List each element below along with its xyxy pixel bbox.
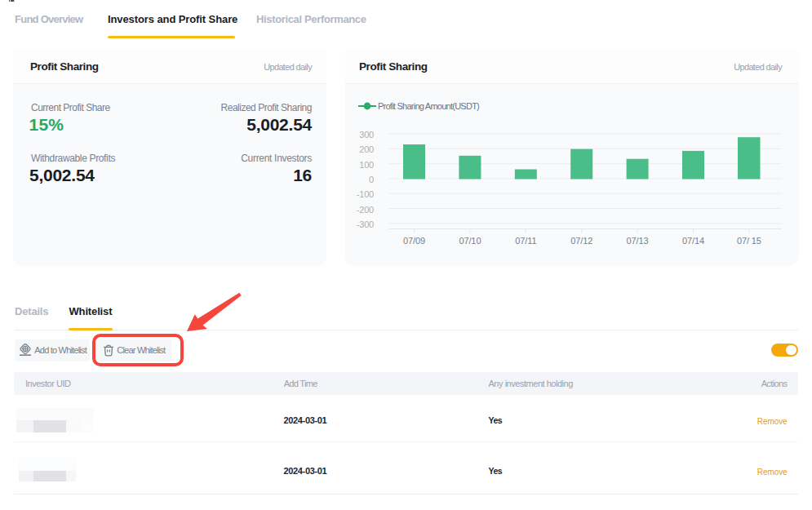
svg-text:07/09: 07/09 (403, 236, 425, 246)
svg-text:07/10: 07/10 (459, 236, 481, 246)
svg-text:100: 100 (359, 160, 374, 170)
svg-text:07/13: 07/13 (627, 236, 649, 246)
svg-text:07/14: 07/14 (682, 236, 704, 246)
svg-text:07/11: 07/11 (515, 236, 536, 246)
svg-text:-200: -200 (357, 205, 374, 215)
svg-text:07/12: 07/12 (570, 236, 592, 246)
svg-text:-100: -100 (357, 189, 374, 199)
svg-text:0: 0 (369, 175, 374, 184)
svg-text:-300: -300 (357, 220, 374, 229)
svg-text:300: 300 (359, 130, 374, 140)
svg-text:200: 200 (359, 144, 374, 154)
svg-text:07/ 15: 07/ 15 (737, 236, 761, 246)
